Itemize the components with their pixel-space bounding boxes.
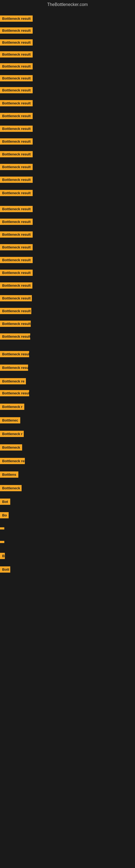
bottleneck-item: Bottleneck result <box>0 151 33 158</box>
bottleneck-label: Bottleneck result <box>0 151 33 157</box>
bottleneck-label: Bottleneck result <box>0 63 33 69</box>
bottleneck-item: Bottleneck result <box>0 351 29 358</box>
bottleneck-label: Bottleneck result <box>0 206 33 212</box>
bottleneck-item: Bottlens <box>0 471 18 479</box>
bottleneck-item: Bottleneck result <box>0 231 33 239</box>
bottleneck-label: Bottleneck result <box>0 351 29 357</box>
bottleneck-label: Bottleneck result <box>0 16 33 22</box>
bottleneck-label: Bottleneck res <box>0 458 25 464</box>
bottleneck-label <box>0 541 4 543</box>
bottleneck-item: Bottleneck result <box>0 16 33 23</box>
bottleneck-label: Bottleneck result <box>0 257 33 263</box>
bottleneck-label: Bottleneck result <box>0 244 33 250</box>
bottleneck-label: Bottlenec <box>0 417 20 424</box>
bottleneck-item: Bottleneck result <box>0 333 30 341</box>
bottleneck-label: Bottleneck result <box>0 39 33 45</box>
bottleneck-item: Bottleneck result <box>0 365 28 372</box>
bottleneck-item: Bottleneck res <box>0 458 25 465</box>
bottleneck-label: Bottleneck result <box>0 321 31 327</box>
bottleneck-label: Bottleneck re <box>0 378 26 384</box>
bottleneck-item: Bottleneck result <box>0 295 32 303</box>
bottleneck-label: B <box>0 553 5 559</box>
bottleneck-label: Bottleneck result <box>0 365 28 371</box>
bottleneck-label: Bott <box>0 566 10 572</box>
bottleneck-item: Bottleneck result <box>0 206 33 213</box>
bottleneck-item: B <box>0 553 5 560</box>
bottleneck-label: Bottleneck <box>0 485 21 491</box>
bottleneck-label: Bottleneck result <box>0 190 33 196</box>
bottleneck-item: Bottleneck r <box>0 431 24 438</box>
bottleneck-item: Bottlenec <box>0 417 20 425</box>
bottleneck-label: Bottleneck <box>0 444 22 451</box>
bottleneck-label: Bottlens <box>0 471 18 478</box>
bottleneck-item: Bottleneck result <box>0 270 33 277</box>
bottleneck-item: Bottleneck r <box>0 404 24 411</box>
bottleneck-item: Bottleneck <box>0 444 22 452</box>
bottleneck-item: Bottleneck result <box>0 113 33 120</box>
bottleneck-item: Bottleneck result <box>0 51 33 59</box>
bottleneck-item: Bott <box>0 566 10 574</box>
bottleneck-item: Bottleneck result <box>0 257 33 264</box>
bottleneck-label <box>0 527 4 529</box>
bottleneck-item: Bottleneck result <box>0 390 29 397</box>
bottleneck-label: Bottleneck result <box>0 282 32 289</box>
bottleneck-item: Bottleneck result <box>0 244 33 251</box>
bottleneck-item: Bottleneck result <box>0 190 33 197</box>
bottleneck-item: Bottleneck result <box>0 87 33 94</box>
bottleneck-label: Bottleneck result <box>0 113 33 119</box>
bottleneck-item: Bottleneck <box>0 485 21 492</box>
bottleneck-label: Bottleneck result <box>0 87 33 93</box>
bottleneck-item: Bottleneck result <box>0 219 33 226</box>
bottleneck-label: Bottleneck result <box>0 219 33 225</box>
bottleneck-item: Bottleneck result <box>0 308 31 315</box>
bottleneck-label: Bottleneck result <box>0 100 33 106</box>
bottleneck-item: Bottleneck result <box>0 100 33 107</box>
bottleneck-item: Bottleneck result <box>0 177 33 184</box>
site-title: TheBottlenecker.com <box>0 0 135 8</box>
bottleneck-item: Bottleneck result <box>0 63 33 70</box>
bottleneck-label: Bottleneck result <box>0 164 33 170</box>
bottleneck-label: Bottleneck result <box>0 177 33 183</box>
bottleneck-item: Bottleneck result <box>0 27 33 35</box>
bottleneck-label: Bottleneck result <box>0 390 29 396</box>
bottleneck-item <box>0 539 4 544</box>
bottleneck-item: Bottleneck result <box>0 282 32 290</box>
bottleneck-label: Bottleneck result <box>0 333 30 340</box>
bottleneck-label: Bot <box>0 499 10 505</box>
bottleneck-item: Bottleneck re <box>0 378 26 385</box>
bottleneck-label: Bottleneck r <box>0 404 24 410</box>
bottleneck-label: Bottleneck r <box>0 431 24 437</box>
bottleneck-label: Bottleneck result <box>0 270 33 276</box>
bottleneck-label: Bottleneck result <box>0 51 33 58</box>
bottleneck-item: Bottleneck result <box>0 75 33 83</box>
bottleneck-item: Bo <box>0 512 9 520</box>
bottleneck-label: Bottleneck result <box>0 126 33 132</box>
bottleneck-label: Bo <box>0 512 9 518</box>
bottleneck-item: Bottleneck result <box>0 164 33 171</box>
bottleneck-label: Bottleneck result <box>0 27 33 34</box>
bottleneck-item: Bottleneck result <box>0 39 33 46</box>
bottleneck-label: Bottleneck result <box>0 75 33 82</box>
bottleneck-item: Bottleneck result <box>0 138 33 146</box>
bottleneck-item <box>0 526 4 531</box>
bottleneck-label: Bottleneck result <box>0 138 33 145</box>
bottleneck-item: Bot <box>0 499 10 506</box>
bottleneck-label: Bottleneck result <box>0 308 31 314</box>
bottleneck-item: Bottleneck result <box>0 126 33 133</box>
bottleneck-label: Bottleneck result <box>0 295 32 301</box>
bottleneck-label: Bottleneck result <box>0 231 33 238</box>
bottleneck-item: Bottleneck result <box>0 321 31 328</box>
